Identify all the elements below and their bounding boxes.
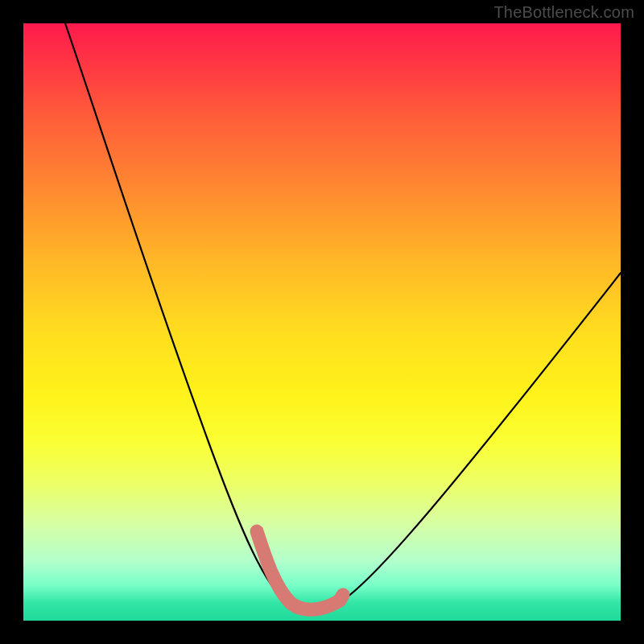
highlight-segment xyxy=(257,531,343,609)
chart-frame: TheBottleneck.com xyxy=(0,0,644,644)
plot-area xyxy=(23,23,621,621)
chart-svg xyxy=(23,23,621,621)
bottleneck-curve xyxy=(65,23,621,610)
watermark-text: TheBottleneck.com xyxy=(493,3,634,22)
